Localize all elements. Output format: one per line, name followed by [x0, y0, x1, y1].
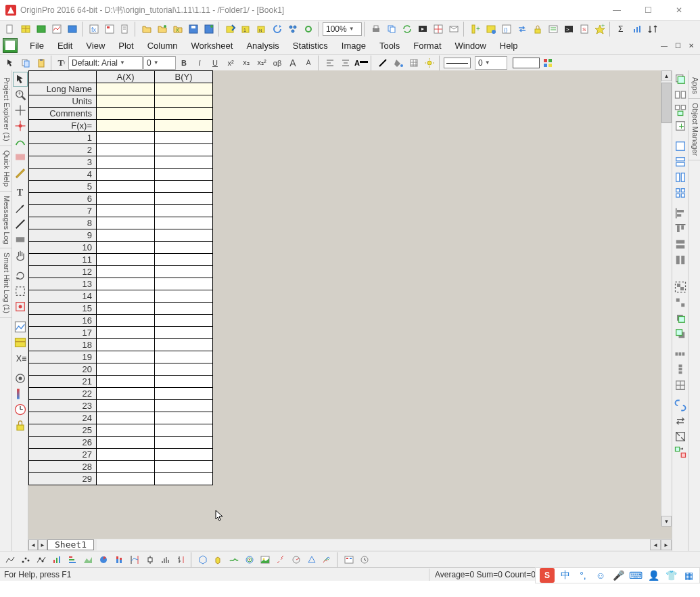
sort-icon[interactable]: [645, 22, 660, 37]
data-cell[interactable]: [97, 437, 155, 449]
scroll-up-button[interactable]: ▲: [661, 70, 672, 81]
ime-mic-icon[interactable]: 🎤: [611, 569, 625, 582]
row-number-header[interactable]: 11: [29, 254, 97, 266]
row-number-header[interactable]: 3: [29, 156, 97, 169]
data-cell[interactable]: [155, 351, 213, 363]
subscript-button[interactable]: x₂: [239, 56, 254, 70]
slide-show-icon[interactable]: [415, 22, 430, 37]
3d-surface-icon[interactable]: [227, 552, 241, 567]
mdi-minimize-button[interactable]: —: [658, 39, 670, 51]
waterfall-plot-icon[interactable]: [320, 552, 335, 567]
x-function-icon[interactable]: X≡: [13, 351, 28, 366]
menu-help[interactable]: Help: [493, 38, 525, 53]
ungroup-icon[interactable]: [673, 295, 688, 310]
arrow-tool-icon[interactable]: [3, 56, 18, 70]
sheet-nav-first[interactable]: ◄: [28, 539, 38, 550]
insert-worksheet-icon[interactable]: [13, 335, 28, 350]
data-cell[interactable]: [155, 266, 213, 278]
data-cell[interactable]: [155, 193, 213, 205]
box-plot-icon[interactable]: [143, 552, 158, 567]
row-number-header[interactable]: 19: [29, 351, 97, 363]
merge-icon[interactable]: [673, 103, 688, 118]
data-cell[interactable]: [155, 254, 213, 266]
data-cell[interactable]: [97, 363, 155, 376]
data-cell[interactable]: [97, 254, 155, 266]
data-cell[interactable]: [97, 376, 155, 388]
data-cell[interactable]: [155, 327, 213, 339]
scatter-plot-icon[interactable]: [18, 552, 33, 567]
panel-1x2-icon[interactable]: [673, 170, 688, 185]
data-cell[interactable]: [155, 412, 213, 424]
import-wizard-icon[interactable]: [223, 22, 238, 37]
data-cell[interactable]: [97, 169, 155, 181]
data-cell[interactable]: [97, 327, 155, 339]
increase-font-button[interactable]: A: [285, 56, 300, 70]
label-cell[interactable]: [97, 83, 155, 95]
data-cell[interactable]: [155, 339, 213, 351]
swap-xy-icon[interactable]: [673, 414, 688, 428]
row-number-header[interactable]: 15: [29, 303, 97, 315]
greek-button[interactable]: αβ: [270, 56, 285, 70]
gadget-tool-icon[interactable]: [13, 371, 28, 386]
data-cell[interactable]: [97, 181, 155, 193]
area-plot-icon[interactable]: [80, 552, 95, 567]
text-tool-icon[interactable]: T: [13, 185, 28, 200]
text-tool-icon[interactable]: Tr: [55, 56, 68, 70]
ime-language-icon[interactable]: 中: [559, 569, 572, 582]
label-cell[interactable]: [155, 120, 213, 132]
row-number-header[interactable]: 18: [29, 339, 97, 351]
open-template-icon[interactable]: [155, 22, 170, 37]
row-number-header[interactable]: 17: [29, 327, 97, 339]
data-cell[interactable]: [155, 205, 213, 217]
extract-icon[interactable]: [673, 87, 688, 102]
rectangle-tool-icon[interactable]: [13, 232, 28, 247]
data-cell[interactable]: [155, 376, 213, 388]
stock-plot-icon[interactable]: [174, 552, 189, 567]
data-cell[interactable]: [155, 242, 213, 254]
menu-window[interactable]: Window: [448, 38, 493, 53]
mask-tool-icon[interactable]: [13, 150, 28, 164]
tab-smart-hint-log[interactable]: Smart Hint Log (1): [0, 248, 11, 318]
line-plot-icon[interactable]: [3, 552, 18, 567]
same-height-icon[interactable]: [673, 252, 688, 267]
panel-2x1-icon[interactable]: [673, 154, 688, 169]
row-number-header[interactable]: 12: [29, 266, 97, 278]
window-minimize-button[interactable]: —: [601, 0, 632, 20]
add-to-favorites-icon[interactable]: +: [592, 22, 607, 37]
data-reader-tool-icon[interactable]: [13, 118, 28, 133]
lock-tool-icon[interactable]: [13, 418, 28, 433]
data-cell[interactable]: [97, 217, 155, 229]
data-cell[interactable]: [155, 181, 213, 193]
sheet-tab[interactable]: Sheet1: [47, 539, 94, 550]
transfer-icon[interactable]: [515, 22, 530, 37]
data-cell[interactable]: [155, 169, 213, 181]
data-cell[interactable]: [97, 229, 155, 242]
back-icon[interactable]: [673, 326, 688, 341]
digitize-icon[interactable]: [431, 22, 446, 37]
row-number-header[interactable]: 29: [29, 473, 97, 485]
label-cell[interactable]: [155, 95, 213, 108]
uniform-h-icon[interactable]: [673, 347, 688, 361]
row-number-header[interactable]: 14: [29, 290, 97, 303]
data-cell[interactable]: [155, 144, 213, 156]
new-excel-icon[interactable]: [34, 22, 49, 37]
data-cell[interactable]: [155, 290, 213, 303]
zoom-combo[interactable]: 100%▼: [323, 22, 362, 36]
row-number-header[interactable]: 7: [29, 205, 97, 217]
scroll-down-button[interactable]: ▼: [661, 516, 672, 527]
supersubscript-button[interactable]: x₂²: [254, 56, 269, 70]
row-label-header[interactable]: Units: [29, 95, 97, 108]
new-graph-icon[interactable]: [49, 22, 64, 37]
row-number-header[interactable]: 1: [29, 132, 97, 144]
data-cell[interactable]: [155, 363, 213, 376]
data-cell[interactable]: [97, 473, 155, 485]
ime-toolbox-icon[interactable]: ▦: [682, 569, 695, 582]
menu-worksheet[interactable]: Worksheet: [185, 38, 240, 53]
sigma-icon[interactable]: Σ: [614, 22, 629, 37]
zoom-in-tool-icon[interactable]: +: [13, 87, 28, 102]
label-cell[interactable]: [155, 108, 213, 120]
row-label-header[interactable]: Long Name: [29, 83, 97, 95]
label-cell[interactable]: [97, 108, 155, 120]
ime-keyboard-icon[interactable]: ⌨: [629, 569, 643, 582]
lock-icon[interactable]: [530, 22, 545, 37]
